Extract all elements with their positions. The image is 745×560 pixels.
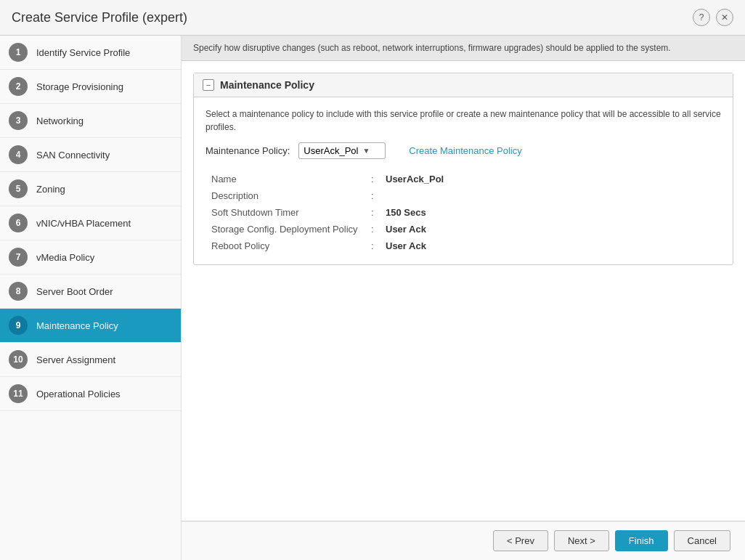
- policy-row: Maintenance Policy: UserAck_Pol ▼ Create…: [205, 142, 721, 159]
- section-header: − Maintenance Policy: [194, 73, 733, 97]
- sidebar-item-label: Server Assignment: [36, 354, 115, 365]
- collapse-icon[interactable]: −: [203, 79, 214, 91]
- sidebar-item-label: Server Boot Order: [36, 286, 113, 297]
- sidebar-item-label: vMedia Policy: [36, 252, 94, 263]
- sidebar-item-10[interactable]: 10Server Assignment: [0, 343, 181, 377]
- detail-colon: :: [371, 207, 386, 218]
- dialog-body: 1Identify Service Profile2Storage Provis…: [0, 36, 745, 560]
- detail-key: Description: [211, 190, 371, 201]
- finish-button[interactable]: Finish: [615, 530, 668, 551]
- step-badge: 2: [9, 77, 28, 96]
- detail-key: Storage Config. Deployment Policy: [211, 224, 371, 235]
- help-button[interactable]: ?: [693, 9, 710, 26]
- policy-label: Maintenance Policy:: [205, 145, 290, 156]
- detail-value: User Ack: [386, 224, 426, 235]
- detail-value: User Ack: [386, 240, 426, 251]
- sidebar-item-5[interactable]: 5Zoning: [0, 172, 181, 206]
- content-area: − Maintenance Policy Select a maintenanc…: [182, 61, 745, 521]
- detail-colon: :: [371, 190, 386, 201]
- prev-button[interactable]: < Prev: [493, 530, 548, 551]
- detail-row: Description:: [211, 187, 721, 204]
- detail-key: Soft Shutdown Timer: [211, 207, 371, 218]
- sidebar: 1Identify Service Profile2Storage Provis…: [0, 36, 182, 560]
- detail-value: UserAck_Pol: [386, 174, 444, 184]
- sidebar-item-label: Networking: [36, 115, 84, 126]
- main-content: Specify how disruptive changes (such as …: [182, 36, 745, 560]
- step-badge: 4: [9, 145, 28, 164]
- sidebar-item-2[interactable]: 2Storage Provisioning: [0, 70, 181, 104]
- next-button[interactable]: Next >: [554, 530, 609, 551]
- sidebar-item-7[interactable]: 7vMedia Policy: [0, 240, 181, 275]
- sidebar-item-label: Zoning: [36, 184, 65, 195]
- dialog: Create Service Profile (expert) ? ✕ 1Ide…: [0, 0, 745, 560]
- info-bar: Specify how disruptive changes (such as …: [182, 36, 745, 61]
- create-maintenance-policy-link[interactable]: Create Maintenance Policy: [409, 145, 521, 156]
- sidebar-item-label: vNIC/vHBA Placement: [36, 218, 131, 229]
- dialog-header: Create Service Profile (expert) ? ✕: [0, 0, 745, 36]
- sidebar-item-label: SAN Connectivity: [36, 150, 110, 161]
- detail-colon: :: [371, 174, 386, 184]
- section-description: Select a maintenance policy to include w…: [205, 107, 721, 134]
- cancel-button[interactable]: Cancel: [674, 530, 730, 551]
- section-title: Maintenance Policy: [220, 79, 314, 91]
- sidebar-item-6[interactable]: 6vNIC/vHBA Placement: [0, 206, 181, 240]
- header-actions: ? ✕: [693, 9, 733, 26]
- section-body: Select a maintenance policy to include w…: [194, 97, 733, 264]
- step-badge: 8: [9, 282, 28, 301]
- step-badge: 1: [9, 43, 28, 62]
- policy-select-value: UserAck_Pol: [304, 145, 358, 156]
- dialog-title: Create Service Profile (expert): [12, 10, 187, 25]
- step-badge: 5: [9, 179, 28, 198]
- dropdown-arrow-icon: ▼: [362, 147, 370, 155]
- detail-colon: :: [371, 240, 386, 251]
- close-button[interactable]: ✕: [716, 9, 733, 26]
- detail-colon: :: [371, 224, 386, 235]
- sidebar-item-9[interactable]: 9Maintenance Policy: [0, 309, 181, 343]
- step-badge: 3: [9, 111, 28, 130]
- step-badge: 11: [9, 384, 28, 403]
- sidebar-item-8[interactable]: 8Server Boot Order: [0, 275, 181, 309]
- sidebar-item-label: Identify Service Profile: [36, 47, 130, 58]
- detail-key: Reboot Policy: [211, 240, 371, 251]
- step-badge: 6: [9, 214, 28, 232]
- detail-row: Storage Config. Deployment Policy:User A…: [211, 221, 721, 238]
- step-badge: 9: [9, 316, 28, 335]
- detail-value: 150 Secs: [386, 207, 426, 218]
- sidebar-item-label: Maintenance Policy: [36, 320, 118, 331]
- sidebar-item-label: Storage Provisioning: [36, 81, 123, 92]
- maintenance-policy-section: − Maintenance Policy Select a maintenanc…: [193, 73, 733, 265]
- sidebar-item-11[interactable]: 11Operational Policies: [0, 377, 181, 411]
- detail-row: Reboot Policy:User Ack: [211, 238, 721, 254]
- detail-key: Name: [211, 174, 371, 184]
- sidebar-item-3[interactable]: 3Networking: [0, 104, 181, 138]
- sidebar-item-1[interactable]: 1Identify Service Profile: [0, 36, 181, 70]
- detail-row: Soft Shutdown Timer:150 Secs: [211, 204, 721, 221]
- step-badge: 10: [9, 350, 28, 369]
- policy-select-dropdown[interactable]: UserAck_Pol ▼: [298, 142, 386, 159]
- step-badge: 7: [9, 248, 28, 267]
- detail-row: Name:UserAck_Pol: [211, 171, 721, 187]
- sidebar-item-label: Operational Policies: [36, 389, 121, 399]
- footer: < Prev Next > Finish Cancel: [182, 521, 745, 560]
- sidebar-item-4[interactable]: 4SAN Connectivity: [0, 138, 181, 172]
- detail-table: Name:UserAck_PolDescription:Soft Shutdow…: [211, 171, 721, 254]
